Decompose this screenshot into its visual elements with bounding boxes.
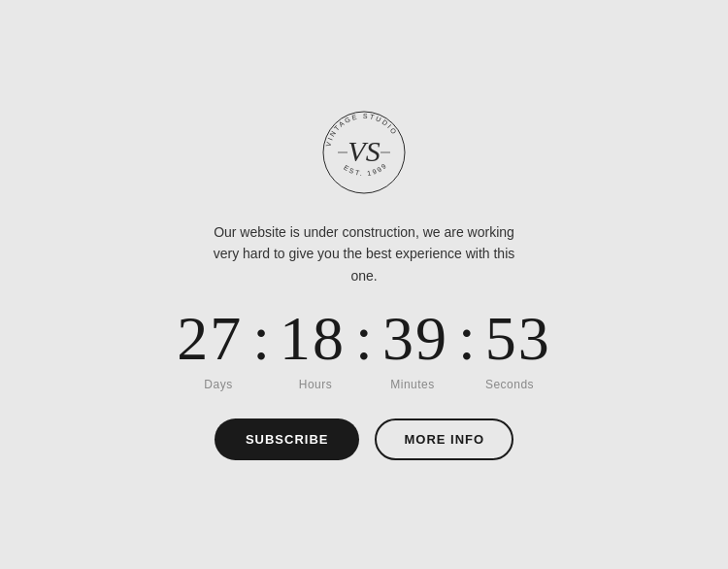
countdown-days: 27: [171, 308, 248, 370]
buttons-row: SUBSCRIBE MORE INFO: [215, 418, 513, 460]
separator-2: :: [355, 308, 373, 370]
main-container: VINTAGE STUDIO EST. 1999 VS Our website …: [171, 109, 556, 460]
countdown-minutes: 39: [377, 308, 454, 370]
svg-text:VS: VS: [347, 135, 380, 167]
label-seconds: Seconds: [471, 378, 548, 391]
logo-icon: VINTAGE STUDIO EST. 1999 VS: [320, 109, 408, 196]
label-minutes: Minutes: [374, 378, 451, 391]
countdown-seconds: 53: [480, 308, 557, 370]
label-days: Days: [180, 378, 257, 391]
more-info-button[interactable]: MORE INFO: [375, 418, 513, 460]
subscribe-button[interactable]: SUBSCRIBE: [215, 418, 360, 460]
logo-wrapper: VINTAGE STUDIO EST. 1999 VS: [320, 109, 408, 200]
countdown-hours: 18: [274, 308, 351, 370]
separator-3: :: [458, 308, 476, 370]
label-hours: Hours: [277, 378, 354, 391]
countdown-display: 27 : 18 : 39 : 53: [171, 308, 556, 370]
description-text: Our website is under construction, we ar…: [199, 221, 529, 286]
separator-1: :: [252, 308, 270, 370]
countdown-labels-row: Days Hours Minutes Seconds: [180, 378, 548, 391]
